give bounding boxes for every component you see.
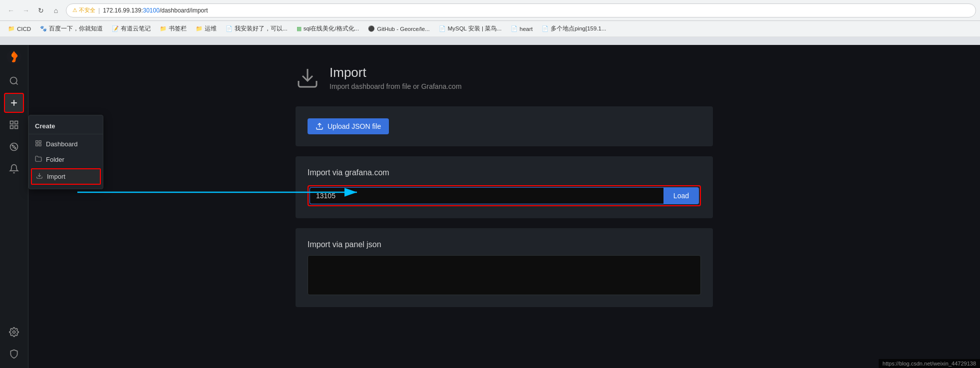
sidebar-bottom: [4, 322, 24, 364]
sidebar-settings[interactable]: [4, 322, 24, 342]
svg-line-2: [16, 83, 18, 85]
svg-rect-13: [36, 141, 38, 143]
upload-section: Upload JSON file: [296, 106, 713, 146]
bookmark-github[interactable]: ⚫ GitHub - Georce/le...: [364, 24, 433, 33]
load-button[interactable]: Load: [663, 187, 699, 204]
create-dashboard-item[interactable]: Dashboard: [29, 136, 103, 152]
sidebar: [0, 45, 28, 368]
sidebar-search[interactable]: [4, 71, 24, 91]
sidebar-alerting[interactable]: [4, 159, 24, 179]
bookmark-ops[interactable]: 📁 运维: [192, 23, 221, 34]
app-layout: Create Dashboard Folder: [0, 45, 980, 368]
bookmark-youdao[interactable]: 📝 有道云笔记: [108, 23, 155, 34]
folder-menu-icon: [35, 155, 42, 164]
folder-icon: 📁: [8, 25, 15, 32]
create-dropdown: Create Dashboard Folder: [28, 0, 103, 189]
dashboard-menu-icon: [35, 140, 42, 148]
bookmark-ping[interactable]: 📄 多个地点ping[159.1...: [538, 23, 610, 34]
svg-rect-5: [10, 121, 13, 124]
url-display: 172.16.99.139:30100/dashboard/import: [103, 7, 208, 14]
bookmark-bookmarks[interactable]: 📁 书签栏: [156, 23, 191, 34]
import-menu-icon: [36, 172, 43, 181]
import-header-icon: [296, 66, 320, 90]
grafana-id-input[interactable]: [310, 187, 663, 204]
bookmarks-bar: 📁 CICD 🐾 百度一下，你就知道 📝 有道云笔记 📁 书签栏 📁 运维 📄 …: [0, 21, 980, 37]
svg-rect-16: [39, 144, 41, 146]
page-header: Import Import dashboard from file or Gra…: [296, 65, 713, 90]
panel-json-section: Import via panel json: [296, 228, 713, 307]
panel-json-textarea[interactable]: [308, 255, 701, 295]
svg-rect-7: [10, 126, 13, 129]
svg-point-1: [10, 77, 17, 84]
address-bar[interactable]: ⚠ 不安全 | 172.16.99.139:30100/dashboard/im…: [66, 3, 976, 17]
mysql-icon: 📄: [439, 25, 446, 32]
bookmark-installed[interactable]: 📄 我安装好了，可以...: [222, 23, 292, 34]
page-title-group: Import Import dashboard from file or Gra…: [329, 65, 462, 90]
sidebar-shield[interactable]: [4, 344, 24, 364]
sidebar-explore[interactable]: [4, 137, 24, 157]
browser-toolbar: ← → ↻ ⌂ ⚠ 不安全 | 172.16.99.139:30100/dash…: [0, 0, 980, 21]
svg-rect-8: [15, 126, 18, 129]
svg-point-10: [12, 145, 13, 146]
grafana-logo[interactable]: [6, 49, 22, 65]
browser-chrome: ← → ↻ ⌂ ⚠ 不安全 | 172.16.99.139:30100/dash…: [0, 0, 980, 45]
upload-btn-label: Upload JSON file: [327, 122, 381, 130]
create-menu-header: Create: [29, 118, 103, 134]
status-url: https://blog.csdn.net/weixin_44729138: [883, 361, 976, 367]
sidebar-create[interactable]: [4, 93, 24, 113]
grafana-import-section: Import via grafana.com Load: [296, 156, 713, 218]
bookmark-heart[interactable]: 📄 heart: [507, 24, 537, 33]
svg-rect-14: [39, 141, 41, 143]
grafana-section-title: Import via grafana.com: [308, 168, 701, 177]
create-menu: Create Dashboard Folder: [28, 115, 103, 189]
github-icon: ⚫: [368, 25, 375, 32]
svg-rect-15: [36, 144, 38, 146]
ping-icon: 📄: [542, 25, 549, 32]
svg-point-12: [13, 331, 15, 334]
folder-icon-2: 📁: [160, 25, 167, 32]
upload-json-button[interactable]: Upload JSON file: [308, 118, 389, 134]
svg-point-11: [14, 147, 16, 149]
status-bar: https://blog.csdn.net/weixin_44729138: [879, 359, 980, 368]
back-button[interactable]: ←: [4, 3, 18, 17]
create-import-item[interactable]: Import: [31, 168, 101, 185]
bookmark-sql[interactable]: ▦ sql在线美化/格式化...: [293, 23, 363, 34]
create-folder-item[interactable]: Folder: [29, 152, 103, 167]
doc-icon: 📄: [226, 25, 233, 32]
svg-rect-6: [15, 121, 18, 124]
panel-json-title: Import via panel json: [308, 240, 701, 249]
sql-icon: ▦: [297, 25, 302, 32]
page-title: Import: [329, 65, 462, 80]
main-content: Import Import dashboard from file or Gra…: [28, 45, 980, 368]
page-subtitle: Import dashboard from file or Grafana.co…: [329, 82, 462, 90]
page-wrapper: Import Import dashboard from file or Gra…: [280, 45, 729, 337]
bookmark-mysql[interactable]: 📄 MySQL 安装 | 菜鸟...: [435, 23, 506, 34]
note-icon: 📝: [112, 25, 119, 32]
folder-icon-3: 📁: [196, 25, 203, 32]
heart-doc-icon: 📄: [511, 25, 518, 32]
sidebar-dashboards[interactable]: [4, 115, 24, 135]
grafana-input-row: Load: [308, 185, 701, 206]
